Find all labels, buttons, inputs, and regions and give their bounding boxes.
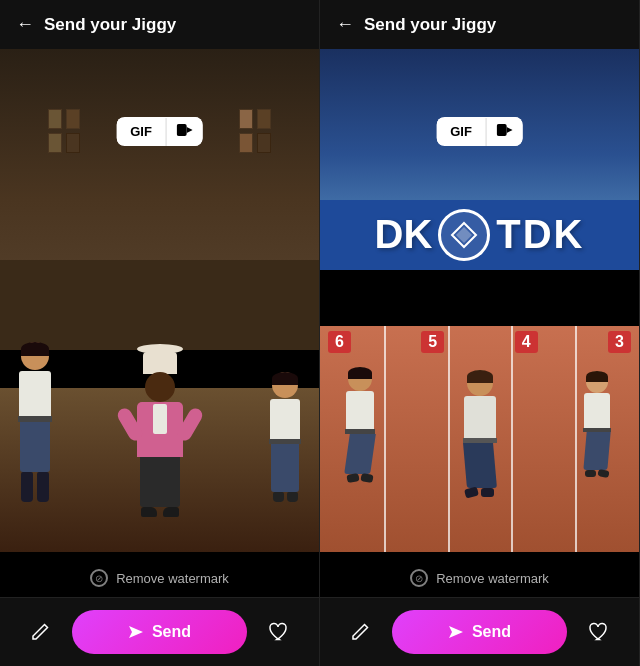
left-send-icon <box>128 625 144 639</box>
right-lane-4 <box>575 326 577 552</box>
left-dancer-3 <box>269 372 301 502</box>
right-header: ← Send your Jiggy <box>320 0 639 49</box>
right-panel: ← Send your Jiggy GIF DK <box>320 0 640 666</box>
left-windows-right <box>239 109 271 153</box>
right-runner-3 <box>583 371 611 477</box>
right-heart-icon <box>588 622 610 642</box>
right-video-icon <box>497 123 513 140</box>
right-runner-1 <box>345 367 375 482</box>
left-dancer-1 <box>18 342 52 502</box>
left-dancer-center <box>137 344 183 517</box>
right-title: Send your Jiggy <box>364 15 496 35</box>
left-video-icon <box>177 123 193 140</box>
svg-marker-1 <box>187 127 193 133</box>
left-watermark-bar[interactable]: ⊘ Remove watermark <box>0 559 319 597</box>
right-lane-1 <box>384 326 386 552</box>
left-bottom-bar: Send <box>0 597 319 666</box>
right-tdk-logo-icon <box>450 221 478 249</box>
left-watermark-icon: ⊘ <box>90 569 108 587</box>
right-edit-button[interactable] <box>340 612 380 652</box>
left-send-button[interactable]: Send <box>72 610 247 654</box>
left-heart-icon <box>268 622 290 642</box>
right-runner-center <box>463 370 497 497</box>
right-send-button[interactable]: Send <box>392 610 567 654</box>
right-tdk-banner: DK TDK <box>320 200 639 270</box>
right-video-button[interactable] <box>487 117 523 146</box>
left-heart-button[interactable] <box>259 612 299 652</box>
left-windows <box>48 109 80 153</box>
right-lane-numbers: 6 5 4 3 <box>320 331 639 353</box>
right-watermark-text: Remove watermark <box>436 571 549 586</box>
right-lane-num-3: 3 <box>608 331 631 353</box>
left-back-button[interactable]: ← <box>16 14 34 35</box>
right-heart-button[interactable] <box>579 612 619 652</box>
svg-rect-0 <box>177 124 187 136</box>
right-tdk-prefix: DK <box>375 212 433 257</box>
right-lane-2 <box>448 326 450 552</box>
svg-rect-3 <box>497 124 507 136</box>
left-video-button[interactable] <box>167 117 203 146</box>
svg-marker-2 <box>129 626 143 638</box>
right-tdk-text: TDK <box>496 212 584 257</box>
right-watermark-bar[interactable]: ⊘ Remove watermark <box>320 559 639 597</box>
left-send-label: Send <box>152 623 191 641</box>
left-bg-building <box>0 49 319 350</box>
right-watermark-icon: ⊘ <box>410 569 428 587</box>
left-header: ← Send your Jiggy <box>0 0 319 49</box>
left-watermark-text: Remove watermark <box>116 571 229 586</box>
left-gif-button[interactable]: GIF <box>116 118 166 145</box>
left-bg-ground-floor <box>0 260 319 350</box>
svg-marker-4 <box>507 127 513 133</box>
right-lane-num-4: 4 <box>515 331 538 353</box>
right-send-label: Send <box>472 623 511 641</box>
right-lane-num-5: 5 <box>421 331 444 353</box>
right-edit-icon <box>350 622 370 642</box>
right-back-button[interactable]: ← <box>336 14 354 35</box>
left-edit-button[interactable] <box>20 612 60 652</box>
right-send-icon <box>448 625 464 639</box>
right-tdk-logo <box>438 209 490 261</box>
right-gif-button[interactable]: GIF <box>436 118 486 145</box>
right-bottom-bar: Send <box>320 597 639 666</box>
left-edit-icon <box>30 622 50 642</box>
left-format-toggle: GIF <box>116 117 203 146</box>
svg-marker-7 <box>449 626 463 638</box>
right-format-toggle: GIF <box>436 117 523 146</box>
right-lane-num-6: 6 <box>328 331 351 353</box>
left-panel: ← Send your Jiggy GIF <box>0 0 320 666</box>
left-title: Send your Jiggy <box>44 15 176 35</box>
right-lane-3 <box>511 326 513 552</box>
